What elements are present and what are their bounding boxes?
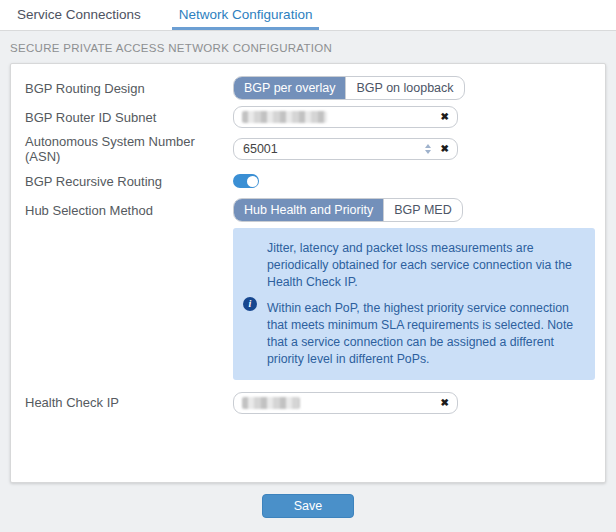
- clear-icon[interactable]: ✖: [441, 398, 449, 408]
- asn-spinner[interactable]: [425, 144, 431, 154]
- info-note: i Jitter, latency and packet loss measur…: [233, 228, 595, 380]
- save-button[interactable]: Save: [262, 494, 354, 518]
- health-check-ip-label: Health Check IP: [25, 395, 233, 410]
- footer: Save: [0, 494, 616, 518]
- network-configuration-card: BGP Routing Design BGP per overlay BGP o…: [10, 63, 606, 483]
- info-paragraph: Within each PoP, the highest priority se…: [267, 300, 581, 368]
- clear-icon[interactable]: ✖: [441, 144, 449, 154]
- form-row-asn: Autonomous System Number (ASN) ✖: [25, 134, 591, 164]
- clear-icon[interactable]: ✖: [441, 112, 449, 122]
- spinner-up-icon[interactable]: [425, 144, 431, 148]
- segment-bgp-per-overlay[interactable]: BGP per overlay: [234, 77, 345, 99]
- spinner-down-icon[interactable]: [425, 150, 431, 154]
- redacted-value: [242, 397, 300, 409]
- form-row-bgp-routing-design: BGP Routing Design BGP per overlay BGP o…: [25, 76, 591, 100]
- form-row-health-check-ip: Health Check IP ✖: [25, 392, 591, 414]
- bgp-recursive-routing-toggle[interactable]: [233, 174, 259, 188]
- toggle-knob: [247, 176, 258, 187]
- tab-service-connections[interactable]: Service Connections: [10, 0, 148, 30]
- bgp-router-id-subnet-label: BGP Router ID Subnet: [25, 110, 233, 125]
- bgp-router-id-subnet-input[interactable]: ✖: [233, 106, 458, 128]
- asn-input[interactable]: ✖: [233, 138, 458, 160]
- bgp-routing-design-label: BGP Routing Design: [25, 81, 233, 96]
- bgp-routing-design-segmented: BGP per overlay BGP on loopback: [233, 76, 465, 100]
- info-note-text: Jitter, latency and packet loss measurem…: [267, 240, 581, 368]
- info-paragraph: Jitter, latency and packet loss measurem…: [267, 240, 581, 291]
- form-row-bgp-recursive-routing: BGP Recursive Routing: [25, 170, 591, 192]
- asn-label: Autonomous System Number (ASN): [25, 134, 233, 164]
- info-icon: i: [243, 297, 257, 311]
- hub-selection-method-segmented: Hub Health and Priority BGP MED: [233, 198, 463, 222]
- bgp-recursive-routing-label: BGP Recursive Routing: [25, 174, 233, 189]
- redacted-value: [242, 111, 327, 123]
- segment-bgp-on-loopback[interactable]: BGP on loopback: [345, 77, 463, 99]
- segment-hub-health-and-priority[interactable]: Hub Health and Priority: [234, 199, 383, 221]
- segment-bgp-med[interactable]: BGP MED: [383, 199, 461, 221]
- form-row-bgp-router-id-subnet: BGP Router ID Subnet ✖: [25, 106, 591, 128]
- tab-bar: Service Connections Network Configuratio…: [0, 0, 616, 31]
- hub-selection-method-label: Hub Selection Method: [25, 203, 233, 218]
- section-title: SECURE PRIVATE ACCESS NETWORK CONFIGURAT…: [10, 42, 606, 54]
- tab-network-configuration[interactable]: Network Configuration: [172, 0, 320, 30]
- form-row-hub-selection-method: Hub Selection Method Hub Health and Prio…: [25, 198, 591, 222]
- health-check-ip-input[interactable]: ✖: [233, 392, 458, 414]
